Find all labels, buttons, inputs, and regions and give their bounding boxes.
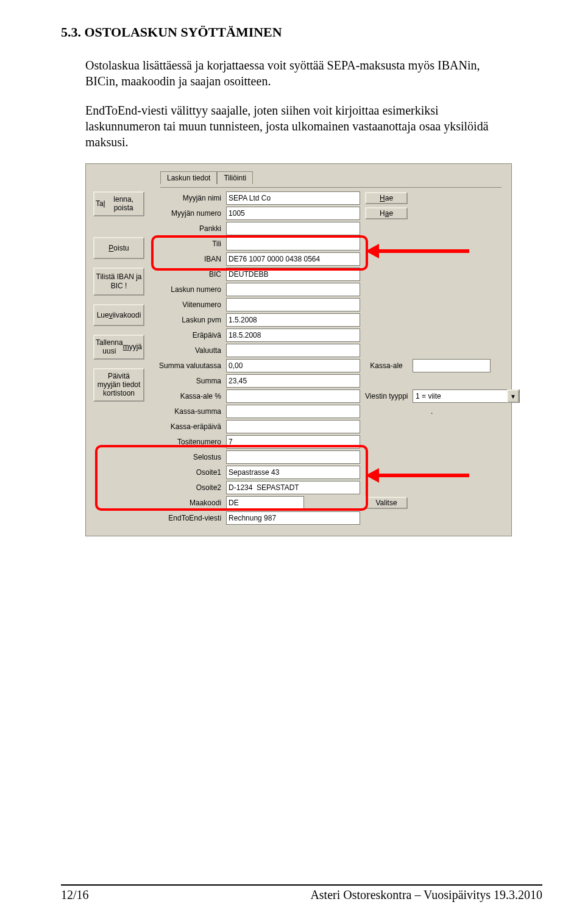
label-address2: Osoite2	[154, 483, 221, 492]
sum-field[interactable]	[226, 374, 360, 388]
save-delete-button[interactable]: Tallenna, poista	[93, 191, 144, 216]
label-amount-currency: Summa valuutassa	[154, 361, 221, 370]
save-new-seller-button[interactable]: Tallenna uusi myyjä	[93, 335, 144, 360]
label-due-date: Eräpäivä	[154, 331, 221, 339]
seller-name-field[interactable]	[226, 191, 360, 205]
cash-discount-pct-field[interactable]	[226, 389, 360, 403]
invoice-date-field[interactable]	[226, 313, 360, 327]
label-country-code: Maakoodi	[154, 499, 221, 507]
read-barcode-button[interactable]: Lue viivakoodi	[93, 304, 144, 326]
fetch-seller-name-button[interactable]: Hae	[365, 192, 408, 204]
label-account: Tili	[154, 240, 221, 248]
label-invoice-number: Laskun numero	[154, 285, 221, 294]
label-message-type: Viestin tyyppi	[365, 392, 408, 400]
tab-invoice-details[interactable]: Laskun tiedot	[160, 171, 217, 184]
voucher-number-field[interactable]	[226, 435, 360, 449]
label-cash-sum: Kassa-summa	[154, 407, 221, 416]
label-cash-discount: Kassa-ale	[365, 361, 408, 370]
description-field[interactable]	[226, 450, 360, 464]
label-description: Selostus	[154, 453, 221, 461]
endtoend-field[interactable]	[226, 511, 360, 525]
label-sum: Summa	[154, 377, 221, 385]
label-address1: Osoite1	[154, 468, 221, 477]
bank-field[interactable]	[226, 222, 360, 235]
section-heading: 5.3. OSTOLASKUN SYÖTTÄMINEN	[61, 24, 542, 40]
amount-currency-field[interactable]	[226, 359, 360, 372]
label-bank: Pankki	[154, 224, 221, 233]
label-invoice-date: Laskun pvm	[154, 316, 221, 324]
paragraph-2: EndToEnd-viesti välittyy saajalle, joten…	[85, 102, 512, 150]
reference-number-field[interactable]	[226, 298, 360, 311]
message-type-value: 1 = viite	[416, 392, 441, 400]
label-endtoend: EndToEnd-viesti	[154, 514, 221, 522]
update-seller-card-button[interactable]: Päivitä myyjän tiedot kortistoon	[93, 368, 144, 402]
cash-sum-field[interactable]	[226, 405, 360, 418]
label-currency: Valuutta	[154, 346, 221, 355]
address2-field[interactable]	[226, 481, 360, 494]
iban-bic-from-account-button[interactable]: Tilistä IBAN ja BIC !	[93, 268, 144, 296]
label-seller-number: Myyjän numero	[154, 209, 221, 218]
currency-field[interactable]	[226, 344, 360, 357]
label-cash-due-date: Kassa-eräpäivä	[154, 422, 221, 431]
seller-number-field[interactable]	[226, 207, 360, 220]
invoice-number-field[interactable]	[226, 283, 360, 296]
label-seller-name: Myyjän nimi	[154, 194, 221, 202]
bic-field[interactable]	[226, 268, 360, 281]
exit-button[interactable]: Poistu	[93, 237, 144, 259]
label-bic: BIC	[154, 270, 221, 279]
paragraph-1: Ostolaskua lisättäessä ja korjattaessa v…	[85, 57, 512, 89]
footer-divider	[61, 884, 542, 886]
tab-accounting[interactable]: Tiliöinti	[217, 171, 253, 184]
iban-field[interactable]	[226, 252, 360, 266]
account-field[interactable]	[226, 237, 360, 251]
country-code-field[interactable]	[226, 496, 304, 510]
page-number: 12/16	[61, 888, 89, 902]
message-type-select[interactable]: 1 = viite ▼	[413, 389, 520, 403]
cash-discount-field[interactable]	[413, 359, 491, 372]
address1-field[interactable]	[226, 466, 360, 479]
label-cash-discount-pct: Kassa-ale %	[154, 392, 221, 400]
due-date-field[interactable]	[226, 329, 360, 342]
footer-title: Asteri Ostoreskontra – Vuosipäivitys 19.…	[310, 888, 542, 902]
cash-due-date-field[interactable]	[226, 420, 360, 433]
dot-indicator: .	[413, 407, 504, 416]
chevron-down-icon[interactable]: ▼	[507, 389, 519, 403]
form-screenshot: Laskun tiedot Tiliöinti Tallenna, poista…	[85, 163, 512, 536]
label-reference-number: Viitenumero	[154, 300, 221, 309]
label-iban: IBAN	[154, 255, 221, 263]
fetch-seller-number-button[interactable]: Hae	[365, 207, 408, 219]
label-voucher-number: Tositenumero	[154, 438, 221, 446]
select-country-button[interactable]: Valitse	[365, 497, 408, 509]
